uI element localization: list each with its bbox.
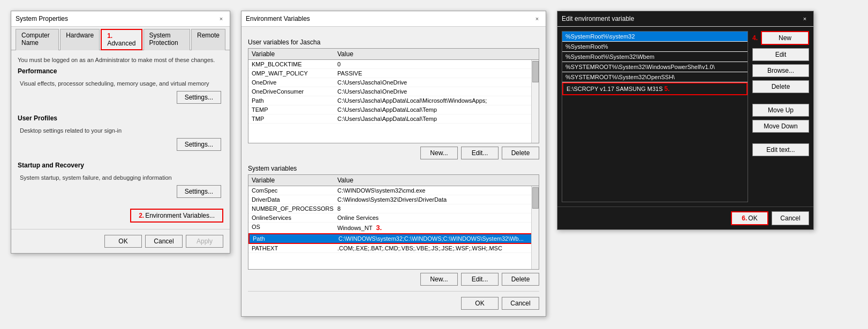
edit-env-ok-button[interactable]: 6.OK	[731, 211, 768, 225]
system-properties-title: System Properties	[16, 15, 68, 22]
system-properties-footer: OK Cancel Apply	[11, 229, 230, 253]
sys-props-ok-button[interactable]: OK	[104, 235, 142, 248]
annotation-2: 2.	[139, 212, 144, 219]
env-vars-footer: OK Cancel	[248, 291, 539, 310]
edit-env-footer: 6.OK Cancel	[557, 206, 813, 229]
env-vars-close[interactable]: ×	[533, 14, 541, 23]
annotation-5: E:\SCRCPY v1.17 SAMSUNG M31S 5.	[567, 86, 671, 92]
user-val-col-header: Value	[337, 50, 535, 58]
tab-remote[interactable]: Remote	[191, 29, 225, 50]
user-profiles-title: User Profiles	[18, 114, 223, 122]
sys-vars-list[interactable]: ComSpecC:\WINDOWS\system32\cmd.exe Drive…	[248, 186, 539, 269]
admin-note: You must be logged on as an Administrato…	[18, 57, 223, 63]
sys-delete-button[interactable]: Delete	[502, 273, 539, 286]
edit-env-row[interactable]: %SystemRoot%\System32\Wbem	[562, 52, 748, 62]
edit-env-row[interactable]: %SystemRoot%	[562, 42, 748, 52]
env-vars-ok-button[interactable]: OK	[461, 297, 499, 310]
sys-val-col-header: Value	[337, 177, 535, 184]
edit-env-row[interactable]: %SystemRoot%\system32	[562, 32, 748, 42]
system-properties-titlebar: System Properties ×	[11, 11, 230, 27]
startup-recovery-desc: System startup, system failure, and debu…	[20, 174, 221, 181]
annotation-1: 1.	[107, 32, 112, 40]
list-item[interactable]: OnlineServicesOnline Services	[248, 213, 539, 223]
sys-vars-header: System variables	[248, 165, 539, 172]
sys-edit-button[interactable]: Edit...	[461, 273, 499, 286]
sys-vars-buttons: New... Edit... Delete	[248, 273, 539, 286]
tab-system-protection[interactable]: System Protection	[144, 29, 190, 50]
edit-env-edit-text-button[interactable]: Edit text...	[752, 143, 809, 156]
env-vars-content: User variables for Jascha Variable Value…	[241, 27, 546, 316]
sys-var-col-header: Variable	[252, 177, 337, 184]
edit-env-main-area: %SystemRoot%\system32 %SystemRoot% %Syst…	[557, 27, 813, 206]
list-item[interactable]: TEMPC:\Users\Jascha\AppData\Local\Temp	[248, 105, 539, 114]
sys-new-button[interactable]: New...	[420, 273, 458, 286]
edit-env-cancel-button[interactable]: Cancel	[772, 211, 809, 225]
startup-recovery-settings-button[interactable]: Settings...	[177, 185, 221, 198]
startup-recovery-title: Startup and Recovery	[18, 162, 223, 169]
edit-env-move-down-button[interactable]: Move Down	[752, 120, 809, 133]
edit-env-browse-button[interactable]: Browse...	[752, 64, 809, 77]
environment-variables-button[interactable]: 2.Environment Variables...	[130, 209, 223, 223]
edit-env-move-up-button[interactable]: Move Up	[752, 104, 809, 117]
user-vars-list[interactable]: KMP_BLOCKTIME0 OMP_WAIT_POLICYPASSIVE On…	[248, 60, 539, 143]
system-properties-content: Computer Name Hardware 1.Advanced System…	[11, 27, 230, 253]
list-item[interactable]: OMP_WAIT_POLICYPASSIVE	[248, 69, 539, 78]
startup-recovery-section: Startup and Recovery System startup, sys…	[18, 162, 223, 200]
annotation-4: 4.	[752, 34, 758, 42]
environment-variables-window: Environment Variables × User variables f…	[241, 11, 546, 317]
user-profiles-settings-button[interactable]: Settings...	[177, 138, 221, 151]
edit-env-list-area: %SystemRoot%\system32 %SystemRoot% %Syst…	[562, 31, 748, 202]
edit-env-delete-button[interactable]: Delete	[752, 80, 809, 93]
user-profiles-desc: Desktop settings related to your sign-in	[20, 127, 221, 134]
list-item[interactable]: KMP_BLOCKTIME0	[248, 60, 539, 69]
edit-env-row[interactable]: %SYSTEMROOT%\System32\WindowsPowerShell\…	[562, 62, 748, 72]
sys-props-apply-button[interactable]: Apply	[186, 235, 223, 248]
env-vars-titlebar: Environment Variables ×	[241, 11, 546, 27]
system-properties-tabs: Computer Name Hardware 1.Advanced System…	[11, 27, 230, 50]
performance-settings-button[interactable]: Settings...	[177, 91, 221, 104]
tab-hardware[interactable]: Hardware	[60, 29, 100, 50]
system-properties-window: System Properties × Computer Name Hardwa…	[11, 11, 230, 254]
edit-env-row[interactable]: %SYSTEMROOT%\System32\OpenSSH\	[562, 72, 748, 82]
edit-env-row-highlighted[interactable]: E:\SCRCPY v1.17 SAMSUNG M31S 5.	[562, 82, 748, 95]
user-var-col-header: Variable	[252, 50, 337, 58]
tab-computer-name[interactable]: Computer Name	[16, 29, 59, 50]
system-properties-body: You must be logged on as an Administrato…	[11, 50, 230, 229]
edit-env-list[interactable]: %SystemRoot%\system32 %SystemRoot% %Syst…	[562, 31, 748, 202]
annotation-3: 3.	[376, 224, 382, 232]
list-item[interactable]: DriverDataC:\Windows\System32\Drivers\Dr…	[248, 195, 539, 204]
user-profiles-section: User Profiles Desktop settings related t…	[18, 114, 223, 153]
edit-env-content: %SystemRoot%\system32 %SystemRoot% %Syst…	[557, 27, 813, 229]
edit-env-edit-button[interactable]: Edit	[752, 48, 809, 61]
performance-title: Performance	[18, 67, 223, 75]
performance-section: Performance Visual effects, processor sc…	[18, 67, 223, 106]
list-item[interactable]: OneDriveConsumerC:\Users\Jascha\OneDrive	[248, 87, 539, 96]
tab-advanced[interactable]: 1.Advanced	[101, 29, 142, 50]
user-new-button[interactable]: New...	[420, 147, 458, 159]
edit-env-right-buttons: 4. New Edit Browse... Delete Move Up Mov…	[748, 31, 809, 202]
user-edit-button[interactable]: Edit...	[461, 147, 499, 159]
performance-desc: Visual effects, processor scheduling, me…	[20, 80, 221, 87]
list-item[interactable]: PATHEXT.COM;.EXE;.BAT;.CMD;.VBS;.VBE;.JS…	[248, 244, 539, 253]
edit-env-title: Edit environment variable	[562, 15, 634, 22]
list-item[interactable]: OneDriveC:\Users\Jascha\OneDrive	[248, 78, 539, 87]
list-item[interactable]: PathC:\Users\Jascha\AppData\Local\Micros…	[248, 96, 539, 105]
edit-env-close[interactable]: ×	[801, 14, 809, 23]
env-vars-cancel-button[interactable]: Cancel	[502, 297, 539, 310]
user-vars-buttons: New... Edit... Delete	[248, 147, 539, 159]
system-properties-close[interactable]: ×	[217, 14, 225, 23]
sys-props-cancel-button[interactable]: Cancel	[145, 235, 183, 248]
sys-vars-listbox: Variable Value ComSpecC:\WINDOWS\system3…	[248, 174, 539, 270]
edit-env-titlebar: Edit environment variable ×	[557, 11, 813, 27]
list-item[interactable]: ComSpecC:\WINDOWS\system32\cmd.exe	[248, 186, 539, 195]
edit-env-var-window: Edit environment variable × %SystemRoot%…	[557, 11, 814, 230]
list-item[interactable]: NUMBER_OF_PROCESSORS8	[248, 204, 539, 213]
edit-env-new-button[interactable]: New	[761, 31, 809, 45]
path-row-selected[interactable]: PathC:\WINDOWS\system32;C:\WINDOWS;C:\WI…	[248, 233, 539, 244]
list-item[interactable]: OS Windows_NT 3.	[248, 223, 539, 233]
env-vars-title: Environment Variables	[246, 15, 310, 22]
annotation-6: 6.	[742, 215, 747, 222]
user-vars-header: User variables for Jascha	[248, 39, 539, 46]
list-item[interactable]: TMPC:\Users\Jascha\AppData\Local\Temp	[248, 114, 539, 124]
user-delete-button[interactable]: Delete	[502, 147, 539, 159]
